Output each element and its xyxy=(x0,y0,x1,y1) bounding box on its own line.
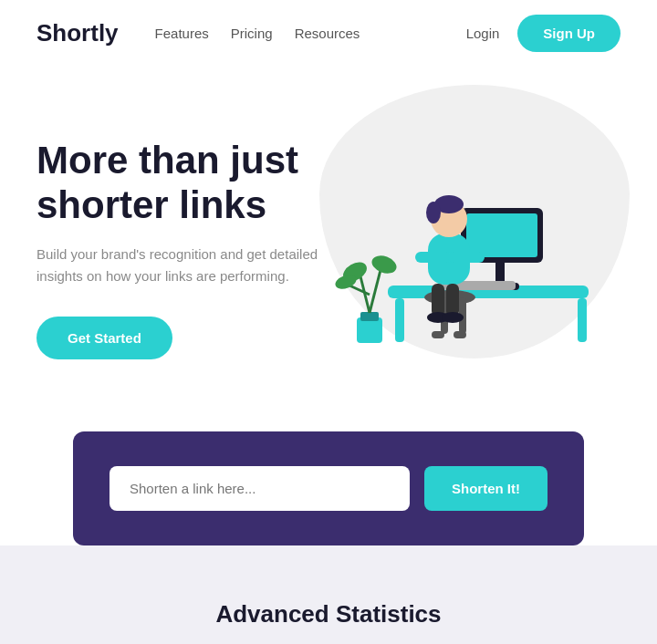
nav-link-resources[interactable]: Resources xyxy=(295,26,360,41)
shorten-button[interactable]: Shorten It! xyxy=(424,466,548,511)
hero-illustration xyxy=(328,103,620,395)
svg-rect-6 xyxy=(466,213,537,257)
hero-svg xyxy=(333,117,616,381)
hero-title: More than just shorter links xyxy=(36,139,328,227)
svg-rect-11 xyxy=(432,331,444,338)
stats-title: Advanced Statistics xyxy=(36,600,620,628)
signup-button[interactable]: Sign Up xyxy=(517,15,620,52)
hero-text: More than just shorter links Build your … xyxy=(36,139,328,359)
get-started-button[interactable]: Get Started xyxy=(36,317,172,359)
svg-rect-12 xyxy=(454,331,466,338)
navbar: Shortly Features Pricing Resources Login… xyxy=(0,0,657,67)
shortener-section: Shorten It! xyxy=(73,431,584,545)
svg-rect-2 xyxy=(578,298,587,342)
svg-rect-20 xyxy=(446,284,459,317)
nav-actions: Login Sign Up xyxy=(466,15,620,52)
hero-section: More than just shorter links Build your … xyxy=(0,67,657,450)
svg-point-22 xyxy=(442,312,464,323)
svg-line-26 xyxy=(370,270,381,313)
logo[interactable]: Shortly xyxy=(36,19,119,47)
svg-point-29 xyxy=(370,253,399,276)
svg-rect-19 xyxy=(432,284,444,317)
hero-subtitle: Build your brand's recognition and get d… xyxy=(36,244,319,287)
nav-link-features[interactable]: Features xyxy=(155,26,209,41)
shorten-input[interactable] xyxy=(110,466,410,511)
nav-link-pricing[interactable]: Pricing xyxy=(231,26,273,41)
svg-rect-1 xyxy=(395,298,404,342)
svg-rect-24 xyxy=(360,312,379,321)
nav-links: Features Pricing Resources xyxy=(155,26,439,41)
login-link[interactable]: Login xyxy=(466,26,500,41)
svg-line-27 xyxy=(349,286,370,295)
stats-section: Advanced Statistics Track how your links… xyxy=(0,545,657,644)
svg-point-16 xyxy=(426,202,441,223)
svg-rect-18 xyxy=(448,252,485,263)
svg-rect-17 xyxy=(415,252,452,263)
svg-rect-23 xyxy=(357,317,382,343)
